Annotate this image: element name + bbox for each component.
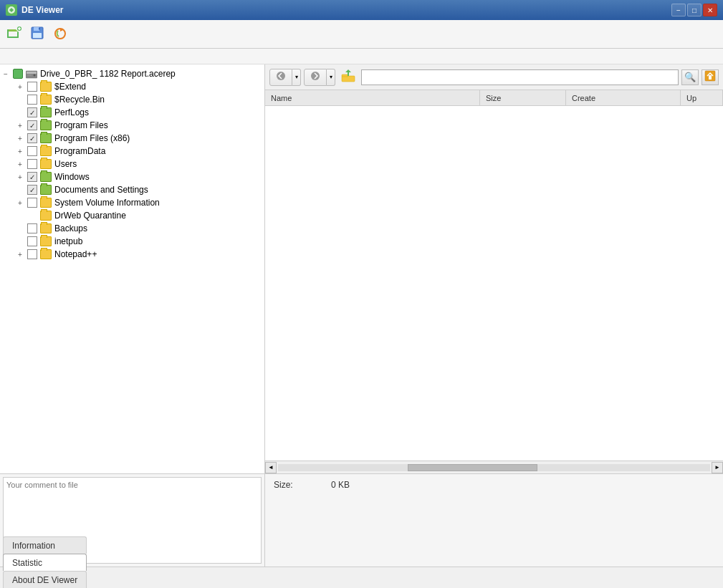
tree-item-label: Windows <box>54 172 90 182</box>
tree-expander[interactable] <box>14 236 26 247</box>
tree-item[interactable]: +Windows <box>0 170 264 183</box>
tree-expander[interactable]: + <box>14 197 26 208</box>
svg-rect-7 <box>34 27 39 31</box>
col-size-label: Size <box>486 94 501 102</box>
go-up-button[interactable] <box>338 69 358 86</box>
tree-expander[interactable]: + <box>14 120 26 131</box>
hscroll-right[interactable]: ► <box>712 462 723 473</box>
back-dropdown[interactable]: ▾ <box>292 69 301 86</box>
go-up-icon <box>340 69 356 85</box>
size-prefix: Size: <box>274 480 293 490</box>
minimize-button[interactable]: − <box>671 4 686 16</box>
toolbar <box>0 20 723 49</box>
tree-item[interactable]: $Recycle.Bin <box>0 93 264 106</box>
tree-item-label: Users <box>54 159 77 169</box>
tab-statistic[interactable]: Statistic <box>3 554 87 571</box>
folder-icon <box>40 236 52 246</box>
folder-icon <box>40 198 52 208</box>
refresh-button[interactable] <box>50 24 70 44</box>
tree-expander[interactable]: + <box>14 81 26 92</box>
tree-expander[interactable] <box>14 223 26 234</box>
svg-point-13 <box>34 74 36 77</box>
hscroll-thumb[interactable] <box>408 464 537 471</box>
tree-checkbox[interactable] <box>27 223 37 233</box>
col-up-label: Up <box>686 94 696 102</box>
close-button[interactable]: ✕ <box>703 4 717 16</box>
tree-item[interactable]: PerfLogs <box>0 106 264 119</box>
forward-dropdown[interactable]: ▾ <box>327 69 335 86</box>
open-icon <box>6 26 22 42</box>
hscroll-left[interactable]: ◄ <box>265 462 277 473</box>
forward-button[interactable] <box>304 69 327 86</box>
tree-checkbox[interactable] <box>27 249 37 259</box>
tree-item[interactable]: +Users <box>0 158 264 170</box>
tree-item-label: PerfLogs <box>54 107 89 117</box>
col-header-size[interactable]: Size <box>480 90 566 105</box>
info-panel: Size: 0 KB <box>265 474 723 567</box>
tree-checkbox[interactable] <box>27 146 37 156</box>
svg-rect-12 <box>27 72 37 74</box>
tree-item[interactable]: inetpub <box>0 235 264 248</box>
tabs-container: InformationStatisticAbout DE Viewer <box>3 536 88 588</box>
back-button[interactable] <box>269 69 292 86</box>
tree-item[interactable]: +Program Files (x86) <box>0 132 264 145</box>
tree-checkbox[interactable] <box>27 133 37 143</box>
tree-checkbox[interactable] <box>27 95 37 105</box>
tree-expander[interactable] <box>14 184 26 196</box>
path-input[interactable] <box>361 69 679 85</box>
title-bar: DE Viewer − □ ✕ <box>0 0 723 20</box>
svg-rect-4 <box>17 32 19 38</box>
open-button[interactable] <box>4 24 24 44</box>
tree-checkbox[interactable] <box>27 120 37 130</box>
tree-item-label: Program Files <box>54 120 108 130</box>
tree-item[interactable]: +System Volume Information <box>0 196 264 209</box>
tree-item-label: System Volume Information <box>54 198 160 208</box>
back-button-group: ▾ <box>269 69 301 86</box>
save-button[interactable] <box>27 24 47 44</box>
svg-rect-14 <box>27 75 32 76</box>
tree-checkbox[interactable] <box>27 82 37 92</box>
folder-icon <box>40 249 52 259</box>
tree-panel[interactable]: − Drive_0_PBR_ 1182 Report.acerep +$Exte… <box>0 64 265 473</box>
tree-expander[interactable]: + <box>14 249 26 260</box>
col-header-name[interactable]: Name <box>265 90 480 105</box>
tree-item[interactable]: Documents and Settings <box>0 183 264 196</box>
window-controls: − □ ✕ <box>671 4 717 16</box>
tree-checkbox[interactable] <box>27 172 37 182</box>
tree-item[interactable]: +$Extend <box>0 80 264 93</box>
col-header-up[interactable]: Up <box>681 90 723 105</box>
folder-icon <box>40 82 52 92</box>
tree-item-label: inetpub <box>54 236 82 246</box>
tree-checkbox[interactable] <box>27 236 37 246</box>
col-name-label: Name <box>271 94 292 102</box>
search-button[interactable]: 🔍 <box>681 69 699 85</box>
tree-item[interactable]: +ProgramData <box>0 145 264 158</box>
col-create-label: Create <box>572 94 595 102</box>
tree-expander[interactable]: + <box>14 132 26 144</box>
tree-checkbox[interactable] <box>27 107 37 117</box>
tree-expander[interactable] <box>14 94 26 105</box>
tree-checkbox[interactable] <box>27 185 37 195</box>
tree-expander[interactable]: + <box>14 171 26 183</box>
file-refresh-button[interactable] <box>702 69 719 85</box>
tree-item[interactable]: +Notepad++ <box>0 248 264 261</box>
tree-checkbox[interactable] <box>27 159 37 169</box>
col-header-create[interactable]: Create <box>566 90 681 105</box>
tab-information[interactable]: Information <box>3 536 87 554</box>
tree-item[interactable]: Backups <box>0 222 264 235</box>
tree-checkbox[interactable] <box>27 198 37 208</box>
folder-icon <box>40 172 52 182</box>
maximize-button[interactable]: □ <box>687 4 702 16</box>
hscroll-track[interactable] <box>278 464 710 471</box>
tab-about-de-viewer[interactable]: About DE Viewer <box>3 571 87 588</box>
file-list[interactable] <box>265 106 723 461</box>
tree-expander[interactable] <box>14 107 26 118</box>
tree-item[interactable]: DrWeb Quarantine <box>0 209 264 222</box>
tree-item[interactable]: +Program Files <box>0 119 264 132</box>
tree-root[interactable]: − Drive_0_PBR_ 1182 Report.acerep <box>0 67 264 80</box>
tree-expander[interactable]: + <box>14 158 26 170</box>
svg-rect-3 <box>7 37 19 38</box>
tree-expander[interactable] <box>14 210 26 221</box>
root-expander[interactable]: − <box>0 68 11 79</box>
tree-expander[interactable]: + <box>14 145 26 157</box>
